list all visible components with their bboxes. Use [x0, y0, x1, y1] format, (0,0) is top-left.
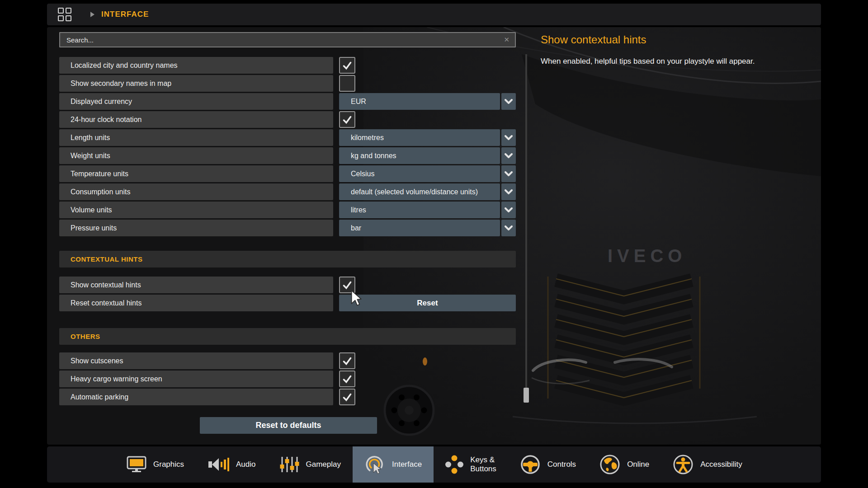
section-header: OTHERS [59, 328, 516, 345]
dropdown-expand-button[interactable] [501, 93, 516, 110]
chevron-down-icon [505, 135, 513, 140]
speaker-icon [208, 455, 229, 474]
settings-group: Localized city and country namesShow sec… [59, 57, 516, 236]
setting-row: Weight unitskg and tonnes [59, 147, 516, 164]
dropdown-value[interactable]: EUR [339, 93, 500, 110]
breadcrumb-arrow-icon [90, 12, 94, 17]
chevron-down-icon [505, 153, 513, 158]
tab-online[interactable]: Online [588, 446, 661, 483]
tab-label: Accessibility [700, 460, 742, 469]
detail-description: When enabled, helpful tips based on your… [541, 57, 812, 66]
globe-icon [599, 454, 620, 475]
chevron-down-icon [505, 207, 513, 212]
setting-label: 24-hour clock notation [59, 111, 333, 128]
setting-label: Pressure units [59, 220, 333, 236]
checkbox-checked[interactable] [339, 352, 355, 369]
monitor-icon [127, 455, 146, 474]
tab-label: Online [627, 460, 649, 469]
clear-search-icon[interactable]: ✕ [498, 36, 515, 44]
dropdown-value[interactable]: default (selected volume/distance units) [339, 183, 500, 200]
setting-label: Localized city and country names [59, 57, 333, 74]
dropdown-expand-button[interactable] [501, 165, 516, 182]
check-icon [342, 61, 352, 70]
dropdown-value[interactable]: Celsius [339, 165, 500, 182]
tab-label: Audio [236, 460, 255, 469]
checkbox-checked[interactable] [339, 57, 355, 74]
tab-label: Graphics [153, 460, 184, 469]
tab-label: Gameplay [306, 460, 341, 469]
reset-hints-button[interactable]: Reset [339, 295, 516, 311]
dropdown-expand-button[interactable] [501, 220, 516, 236]
dropdown[interactable]: bar [339, 220, 516, 236]
tab-gameplay[interactable]: Gameplay [268, 446, 353, 483]
dropdown[interactable]: litres [339, 202, 516, 218]
setting-row: Temperature unitsCelsius [59, 165, 516, 182]
setting-label: Show cutscenes [59, 352, 333, 369]
setting-row: Reset contextual hintsReset [59, 295, 516, 311]
checkbox-checked[interactable] [339, 111, 355, 128]
grid-menu-icon[interactable] [58, 8, 71, 21]
mouse-cursor-icon [351, 291, 364, 309]
dropdown[interactable]: kg and tonnes [339, 147, 516, 164]
dropdown-value[interactable]: litres [339, 202, 500, 218]
chevron-down-icon [505, 225, 513, 230]
svg-text:IVECO: IVECO [608, 246, 686, 266]
setting-label: Consumption units [59, 183, 333, 200]
setting-label: Temperature units [59, 165, 333, 182]
setting-row: Pressure unitsbar [59, 220, 516, 236]
setting-row: Heavy cargo warning screen [59, 371, 516, 387]
setting-row: 24-hour clock notation [59, 111, 516, 128]
dropdown[interactable]: Celsius [339, 165, 516, 182]
steering-wheel-icon [520, 454, 541, 475]
dropdown[interactable]: kilometres [339, 129, 516, 146]
dropdown-expand-button[interactable] [501, 129, 516, 146]
tab-accessibility[interactable]: Accessibility [661, 446, 754, 483]
dropdown[interactable]: default (selected volume/distance units) [339, 183, 516, 200]
breadcrumb-bar: INTERFACE [47, 4, 821, 25]
dropdown-expand-button[interactable] [501, 183, 516, 200]
tab-keys-buttons[interactable]: Keys &Buttons [434, 446, 508, 483]
setting-label: Heavy cargo warning screen [59, 371, 333, 387]
page-title: INTERFACE [101, 10, 149, 19]
reset-to-defaults-button[interactable]: Reset to defaults [200, 417, 377, 434]
settings-list: Localized city and country namesShow sec… [59, 57, 516, 407]
setting-label: Displayed currency [59, 93, 333, 110]
dropdown-value[interactable]: kilometres [339, 129, 500, 146]
settings-group: OTHERSShow cutscenesHeavy cargo warning … [59, 328, 516, 405]
search-input[interactable] [60, 36, 498, 44]
setting-row: Automatic parking [59, 389, 516, 405]
setting-row: Length unitskilometres [59, 129, 516, 146]
setting-row: Localized city and country names [59, 57, 516, 74]
checkbox-checked[interactable] [339, 389, 355, 405]
tab-interface[interactable]: Interface [353, 446, 434, 483]
detail-title: Show contextual hints [541, 33, 812, 46]
dropdown-value[interactable]: kg and tonnes [339, 147, 500, 164]
scrollbar-thumb[interactable] [524, 388, 529, 403]
search-box[interactable]: ✕ [59, 32, 516, 47]
setting-row: Show contextual hints [59, 277, 516, 293]
dropdown[interactable]: EUR [339, 93, 516, 110]
setting-row: Displayed currencyEUR [59, 93, 516, 110]
checkbox-unchecked[interactable] [339, 75, 355, 92]
check-icon [342, 392, 352, 402]
setting-label: Weight units [59, 147, 333, 164]
scrollbar-track[interactable] [525, 54, 527, 402]
tab-graphics[interactable]: Graphics [115, 446, 196, 483]
tab-controls[interactable]: Controls [508, 446, 588, 483]
dropdown-expand-button[interactable] [501, 147, 516, 164]
setting-label: Show secondary names in map [59, 75, 333, 92]
tab-label: Controls [547, 460, 576, 469]
options-tab-bar: GraphicsAudioGameplayInterfaceKeys &Butt… [47, 446, 821, 483]
sliders-icon [279, 455, 299, 474]
detail-panel: Show contextual hints When enabled, help… [541, 33, 812, 66]
gamepad-dots-icon [445, 455, 463, 474]
setting-label: Reset contextual hints [59, 295, 333, 311]
chevron-down-icon [505, 99, 513, 104]
dropdown-value[interactable]: bar [339, 220, 500, 236]
checkbox-checked[interactable] [339, 371, 355, 387]
chevron-down-icon [505, 171, 513, 176]
dropdown-expand-button[interactable] [501, 202, 516, 218]
accessibility-icon [673, 454, 693, 475]
check-icon [342, 374, 352, 384]
tab-audio[interactable]: Audio [196, 446, 267, 483]
